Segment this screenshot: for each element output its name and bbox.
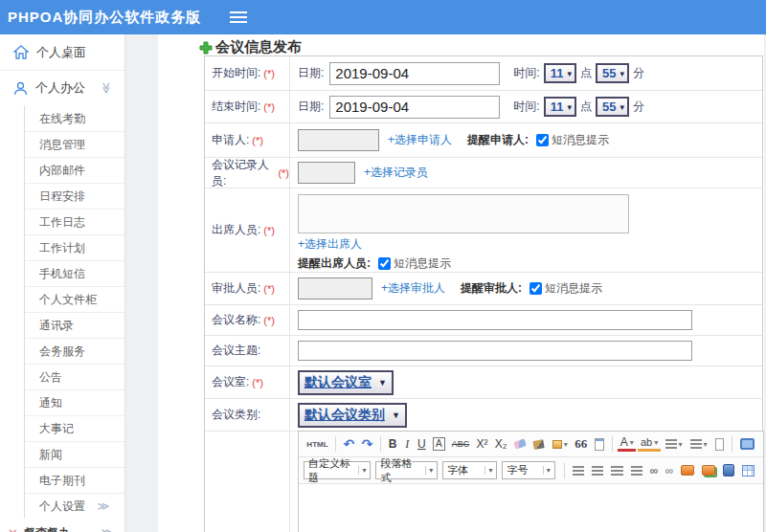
meeting-name-label: 会议名称: — [212, 312, 260, 328]
sidebar-item-contacts[interactable]: 通讯录 — [25, 312, 124, 338]
hour-unit: 点 — [580, 99, 592, 115]
sidebar-item-supervision[interactable]: ✕ 督查督办 ≫ — [0, 519, 124, 532]
blockquote-button[interactable]: 66 — [573, 435, 590, 453]
choose-attendees-link[interactable]: +选择出席人 — [298, 236, 362, 253]
underline-button[interactable]: U — [415, 436, 428, 452]
custom-title-select[interactable]: 自定义标题 — [304, 461, 371, 479]
choose-recorder-link[interactable]: +选择记录员 — [364, 165, 428, 181]
recorder-input[interactable] — [298, 162, 355, 184]
font-style-icon[interactable]: A — [433, 437, 445, 451]
ordered-list-icon[interactable] — [663, 438, 686, 450]
form-row-meeting-category: 会议类别: 默认会议类别 — [205, 399, 762, 432]
unlink-icon[interactable]: ∞ — [663, 463, 676, 478]
highlight-color-button[interactable]: ab — [638, 436, 660, 452]
format-brush-icon[interactable] — [530, 439, 547, 450]
media-icon[interactable] — [720, 463, 736, 477]
eraser-icon[interactable] — [511, 439, 529, 449]
font-color-button[interactable]: A — [618, 436, 636, 452]
attendees-sms-checkbox[interactable] — [378, 257, 391, 270]
attendees-textarea[interactable] — [298, 194, 629, 233]
hamburger-menu-icon[interactable] — [230, 11, 247, 23]
start-hour-select[interactable]: 11 — [544, 63, 576, 83]
sidebar-item-label: 个人办公 — [35, 79, 85, 97]
table-icon[interactable] — [739, 464, 757, 477]
align-justify-icon[interactable] — [628, 465, 645, 477]
link-icon[interactable]: ∞ — [647, 463, 661, 478]
subscript-button[interactable]: X₂ — [492, 436, 509, 452]
meeting-room-select[interactable]: 默认会议室 — [298, 370, 394, 395]
html-source-button[interactable]: HTML — [304, 439, 330, 450]
new-page-icon[interactable] — [712, 437, 727, 452]
paste-icon[interactable] — [592, 437, 607, 452]
font-family-select[interactable]: 字体 — [442, 461, 497, 479]
preview-icon[interactable] — [737, 437, 757, 451]
end-hour-select[interactable]: 11 — [544, 97, 576, 117]
redo-button[interactable]: ↷ — [359, 435, 375, 453]
required-mark: (*) — [252, 135, 263, 146]
sidebar: 个人桌面 个人办公 ≫ 在线考勤 消息管理 内部邮件 日程安排 工作日志 工作计… — [0, 34, 125, 532]
supervision-icon: ✕ — [8, 526, 18, 532]
sidebar-item-news[interactable]: 新闻 — [25, 441, 124, 467]
sidebar-item-sms[interactable]: 手机短信 — [25, 260, 124, 286]
form-row-attendees: 出席人员:(*) +选择出席人 提醒出席人员: 短消息提示 — [205, 188, 762, 273]
font-size-select[interactable]: 字号 — [502, 461, 554, 479]
sidebar-item-announcements[interactable]: 公告 — [25, 364, 124, 389]
sidebar-item-online-attendance[interactable]: 在线考勤 — [25, 105, 124, 131]
align-center-icon[interactable] — [589, 465, 606, 477]
sidebar-item-e-journal[interactable]: 电子期刊 — [25, 467, 124, 493]
editor-content-area[interactable] — [299, 484, 763, 532]
meeting-form: 开始时间:(*) 日期: 时间: 11 点 55 分 结束时间:(*) 日期: … — [204, 55, 763, 532]
required-mark: (*) — [263, 225, 275, 236]
chevron-right-icon: ≫ — [101, 526, 113, 532]
paragraph-format-select[interactable]: 段落格式 — [375, 461, 438, 479]
superscript-button[interactable]: X² — [474, 436, 490, 452]
sidebar-item-notices[interactable]: 通知 — [25, 389, 124, 415]
sidebar-item-memorabilia[interactable]: 大事记 — [25, 415, 124, 441]
strikethrough-button[interactable]: ABC — [449, 438, 471, 450]
applicant-sms-checkbox[interactable] — [536, 134, 549, 146]
image-icon[interactable] — [678, 464, 697, 477]
paint-format-icon[interactable] — [550, 439, 571, 450]
sidebar-item-meeting-services[interactable]: 会务服务 — [25, 338, 124, 364]
sidebar-item-personal-desktop[interactable]: 个人桌面 — [0, 34, 124, 70]
sidebar-item-schedule[interactable]: 日程安排 — [25, 183, 124, 209]
sms-hint-label: 短消息提示 — [552, 132, 609, 148]
start-date-input[interactable] — [329, 62, 500, 85]
meeting-subject-input[interactable] — [298, 341, 692, 361]
sidebar-item-internal-mail[interactable]: 内部邮件 — [25, 157, 124, 183]
attendees-label: 出席人员: — [212, 222, 260, 238]
approver-sms-checkbox[interactable] — [529, 282, 542, 295]
unordered-list-icon[interactable] — [687, 438, 710, 450]
sidebar-item-label: 个人桌面 — [36, 44, 86, 61]
sidebar-item-personal-files[interactable]: 个人文件柜 — [25, 286, 124, 312]
align-left-icon[interactable] — [570, 465, 587, 477]
italic-button[interactable]: I — [401, 436, 413, 453]
align-right-icon[interactable] — [608, 465, 625, 477]
home-icon — [13, 45, 29, 59]
sidebar-item-personal-office[interactable]: 个人办公 ≫ — [0, 70, 124, 105]
remind-attendees-label: 提醒出席人员: — [298, 255, 371, 272]
chevron-right-icon: ≫ — [97, 494, 109, 519]
add-icon — [199, 41, 213, 55]
approver-input[interactable] — [298, 277, 372, 299]
choose-applicant-link[interactable]: +选择申请人 — [388, 132, 452, 148]
meeting-category-select[interactable]: 默认会议类别 — [298, 403, 407, 428]
end-minute-select[interactable]: 55 — [596, 97, 629, 117]
undo-button[interactable]: ↶ — [341, 435, 357, 453]
insert-image-icon[interactable] — [699, 464, 718, 477]
sidebar-item-personal-settings[interactable]: 个人设置 ≫ — [25, 493, 124, 519]
date-label: 日期: — [298, 99, 324, 115]
meeting-name-input[interactable] — [298, 310, 692, 330]
sms-hint-label: 短消息提示 — [545, 280, 602, 297]
sidebar-item-work-log[interactable]: 工作日志 — [25, 209, 124, 234]
bold-button[interactable]: B — [386, 436, 399, 452]
approver-label: 审批人员: — [212, 280, 260, 297]
applicant-input[interactable] — [298, 129, 379, 151]
sidebar-item-message-management[interactable]: 消息管理 — [25, 131, 124, 157]
sidebar-item-work-plan[interactable]: 工作计划 — [25, 234, 124, 260]
start-minute-select[interactable]: 55 — [596, 63, 629, 83]
end-date-input[interactable] — [329, 96, 500, 119]
time-label: 时间: — [513, 65, 539, 81]
choose-approver-link[interactable]: +选择审批人 — [381, 280, 445, 297]
form-row-meeting-name: 会议名称:(*) — [205, 305, 762, 336]
